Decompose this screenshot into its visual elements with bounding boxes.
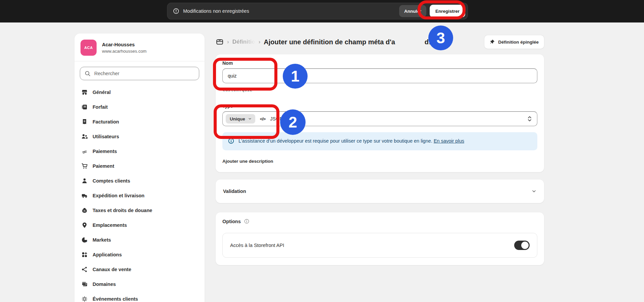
sidebar-item-label: Forfait [93,104,108,110]
sidebar-item-sales-channels[interactable]: Canaux de vente [77,262,202,277]
code-icon: </> [260,116,266,121]
info-icon [244,218,250,224]
sidebar-item-label: Utilisateurs [93,134,119,139]
checkout-icon [81,163,88,169]
sidebar-item-label: Emplacements [93,222,127,228]
store-icon [81,89,88,96]
sidebar-item-domains[interactable]: Domaines [77,277,202,292]
metafield-definitions-icon [216,38,224,46]
settings-nav: Général Forfait Facturation Utilisateurs… [74,84,205,302]
pinned-definition-label: Définition épinglée [498,40,539,45]
apps-icon [81,251,88,258]
sidebar-item-markets[interactable]: Markets [77,233,202,247]
unsaved-status: Modifications non enregistrées [173,8,249,14]
chevron-down-icon[interactable] [531,189,537,194]
sales-channels-icon [81,266,88,273]
payments-icon [81,148,88,155]
breadcrumb-separator: › [258,39,261,45]
search-icon [84,70,91,77]
save-button[interactable]: Enregistrer [430,5,465,17]
domains-icon [81,281,88,288]
sidebar-item-label: Markets [93,237,111,243]
plan-icon [81,104,88,110]
taxes-icon [81,207,88,214]
sidebar-item-label: Canaux de vente [93,267,131,272]
name-label: Nom [222,60,537,66]
search-input[interactable] [94,71,195,76]
sidebar-item-label: Domaines [93,282,116,287]
learn-more-link[interactable]: En savoir plus [434,138,464,144]
pinned-definition-button[interactable]: Définition épinglée [484,35,544,49]
unsaved-changes-bar: Modifications non enregistrées Annuler E… [167,3,468,19]
toggle-knob [521,242,529,249]
options-title: Options [222,219,241,224]
shipping-icon [81,192,88,199]
sidebar-item-checkout[interactable]: Paiement [77,159,202,173]
customer-events-icon [81,296,88,302]
page-title: Ajouter une définition de champ méta d'a [264,38,395,46]
sidebar-item-shipping[interactable]: Expédition et livraison [77,188,202,203]
breadcrumb-parent[interactable]: Définitio [232,39,255,45]
store-name: Acar-Housses [102,42,147,47]
sidebar-item-general[interactable]: Général [77,85,202,100]
sidebar-item-taxes[interactable]: Taxes et droits de douane [77,203,202,218]
sidebar-search[interactable] [80,67,199,80]
customer-accounts-icon [81,178,88,184]
sidebar-item-payments[interactable]: Paiements [77,144,202,159]
validation-title: Validation [223,189,246,194]
sidebar-item-label: Facturation [93,119,119,124]
sidebar-item-label: Événements clients [93,296,138,302]
sidebar-item-apps[interactable]: Applications [77,247,202,262]
billing-icon [81,118,88,125]
type-label: Type [222,103,537,109]
sidebar-item-label: Applications [93,252,122,257]
main-content: › Définitio › Ajouter une définition de … [216,33,544,265]
sidebar-item-billing[interactable]: Facturation [77,114,202,129]
cancel-button[interactable]: Annuler [399,5,426,17]
sidebar-item-label: Expédition et livraison [93,193,145,198]
locations-icon [81,222,88,229]
add-description-button[interactable]: Ajouter une description [222,159,273,164]
name-input[interactable] [222,68,537,83]
info-icon [228,138,234,144]
users-icon [81,133,88,140]
store-url: www.acarhousses.com [102,49,147,54]
storefront-api-toggle[interactable] [514,241,530,250]
sidebar-item-customer-accounts[interactable]: Comptes clients [77,173,202,188]
type-unique-dropdown[interactable]: Unique [226,114,255,123]
validation-card[interactable]: Validation [216,180,544,203]
pin-icon [490,39,495,45]
store-header: ACA Acar-Housses www.acarhousses.com [74,34,205,61]
page-header: › Définitio › Ajouter une définition de … [216,33,544,51]
definition-form-card: Nom custom.quiz Type Unique </> JSON L'a… [216,54,544,172]
select-stepper-icon [527,116,532,122]
markets-icon [81,237,88,243]
storefront-api-label: Accès à la Storefront API [230,243,284,248]
alert-icon [173,8,179,14]
sidebar-item-label: Comptes clients [93,178,130,184]
page-title-truncated: d… [425,38,435,46]
sidebar-item-label: Taxes et droits de douane [93,208,152,213]
storefront-api-row: Accès à la Storefront API [222,233,537,258]
sidebar-item-locations[interactable]: Emplacements [77,218,202,233]
sidebar-item-plan[interactable]: Forfait [77,100,202,114]
sidebar-item-label: Paiements [93,149,117,154]
settings-sidebar: ACA Acar-Housses www.acarhousses.com Gén… [74,34,205,302]
top-save-bar: Modifications non enregistrées Annuler E… [0,0,644,22]
developer-info-banner: L'assistance d'un développeur est requis… [222,132,537,150]
chevron-down-icon [248,117,252,121]
sidebar-item-label: Paiement [93,163,114,169]
sidebar-item-customer-events[interactable]: Événements clients [77,292,202,302]
banner-text: L'assistance d'un développeur est requis… [238,138,432,144]
unsaved-status-label: Modifications non enregistrées [183,8,249,14]
breadcrumb-separator: › [227,39,229,45]
type-select[interactable]: Unique </> JSON [222,111,537,126]
type-value: JSON [270,116,283,121]
namespace-key: custom.quiz [222,87,537,92]
type-unique-label: Unique [230,116,245,121]
divider [74,61,205,61]
sidebar-item-label: Général [93,90,111,95]
sidebar-item-users[interactable]: Utilisateurs [77,129,202,144]
store-avatar: ACA [80,40,97,56]
options-card: Options Accès à la Storefront API [216,212,544,265]
